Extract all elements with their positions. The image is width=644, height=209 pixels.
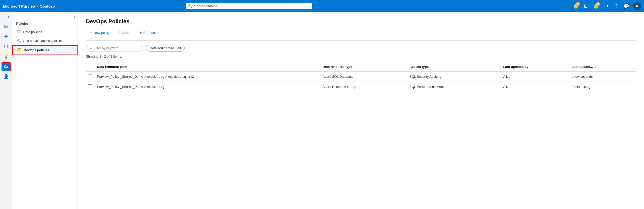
col-header-updated-at[interactable]: Last update... ↓ [569,62,636,71]
col-header-type: Data resource type [319,62,406,71]
delete-label: Delete [122,31,132,35]
self-service-icon: 🔧 [16,38,21,43]
row2-type: Azure Resource Group [319,82,406,92]
toolbar: ＋ New policy 🗑 Delete ↻ Refresh [86,29,636,41]
feedback-icon-btn[interactable]: 💬 [622,2,631,11]
datasource-filter-label: Data source type : All [150,46,181,50]
grid-icon-btn[interactable]: ⊞ [581,2,590,11]
sidebar-item-self-service[interactable]: 🔧 Self-service access policies [12,36,78,45]
sidebar-item-data-policies[interactable]: 📋 Data policies [12,28,78,36]
table-header-row: Data resource path Data resource type Ac… [86,62,636,71]
notification-bell-1[interactable]: 🔔 1 [571,2,580,11]
notification-badge-1: 1 [576,2,580,6]
table-row: Purview_Policy _Shared_Demo > relecloud-… [86,82,636,92]
row1-access: SQL Security Auditing [406,71,500,82]
search-bar[interactable]: 🔍 [186,3,312,9]
row1-checkbox-cell [86,71,94,82]
rail-collapse-toggle[interactable]: » [0,14,12,20]
row1-updated-by: Alice [500,71,569,82]
rail-icon-home[interactable]: ⊞ [2,22,11,31]
rail-icon-insights[interactable]: 💡 [2,52,11,61]
brand: Microsoft Purview › Contoso [3,4,55,8]
row2-checkbox-cell [86,82,94,92]
delete-button[interactable]: 🗑 Delete [114,29,135,36]
app-body: » ⊞ ◈ ⬡ 💡 🗂 👤 « Policies 📋 Data policies… [0,12,644,209]
filter-icon: ▽ [90,46,92,50]
new-policy-button[interactable]: ＋ New policy [86,29,113,36]
table-row: Purview_Policy _Shared_Demo > relecloud-… [86,71,636,82]
row2-updated-at: 2 minutes ago [569,82,636,92]
plus-icon: ＋ [89,30,93,35]
sidebar-item-data-policies-label: Data policies [23,30,42,34]
keyword-filter-input[interactable] [94,46,139,50]
row1-checkbox[interactable] [88,74,92,78]
notification-badge-2: 2 [596,2,600,6]
rail-icon-admin[interactable]: 👤 [2,72,11,81]
refresh-icon: ↻ [139,31,142,35]
refresh-button[interactable]: ↻ Refresh [136,29,158,36]
sidebar-item-devops-policies[interactable]: 🗂️ DevOps policies [12,45,78,55]
sidebar-item-devops-label: DevOps policies [24,48,49,52]
notification-bell-2[interactable]: 🔔 2 [591,2,601,11]
sidebar-item-self-service-label: Self-service access policies [23,39,63,43]
avatar[interactable]: A [633,2,641,10]
row2-updated-by: Alice [500,82,569,92]
sidebar: « Policies 📋 Data policies 🔧 Self-servic… [12,12,78,209]
col-header-access: Access type [406,62,500,71]
page-title: DevOps Policies [86,18,636,25]
sidebar-collapse-toggle[interactable]: « [12,15,78,21]
search-input[interactable] [194,4,309,8]
data-table: Data resource path Data resource type Ac… [86,62,636,92]
sidebar-section-title: Policies [12,21,78,28]
search-icon: 🔍 [188,4,192,8]
tenant-name: Contoso [40,4,55,8]
settings-icon-btn[interactable]: ⚙ [602,2,611,11]
row2-path: Purview_Policy _Shared_Demo > relecloud-… [94,82,319,92]
col-header-updated-by: Last updated by [500,62,569,71]
rail-icon-catalog[interactable]: ◈ [2,32,11,41]
row1-updated-at: a few seconds ... [569,71,636,82]
rail-icon-graph[interactable]: ⬡ [2,42,11,51]
sort-icon: ↓ [595,65,596,68]
checkbox-header [86,62,94,71]
top-header: Microsoft Purview › Contoso 🔍 🔔 1 ⊞ 🔔 2 … [0,0,644,12]
refresh-label: Refresh [143,31,155,35]
header-icons: 🔔 1 ⊞ 🔔 2 ⚙ ? 💬 A [571,2,641,11]
filter-bar: ▽ Data source type : All [86,45,636,51]
brand-chevron: › [37,4,38,8]
help-icon-btn[interactable]: ? [612,2,621,11]
row1-type: Azure SQL Database [319,71,406,82]
main-content: DevOps Policies ＋ New policy 🗑 Delete ↻ … [78,12,644,209]
row1-path: Purview_Policy _Shared_Demo > relecloud-… [94,71,319,82]
brand-name: Microsoft Purview [3,4,36,8]
delete-icon: 🗑 [118,31,121,35]
results-count: Showing 1 - 2 of 2 items. [86,55,636,58]
keyword-filter[interactable]: ▽ [86,45,143,51]
row2-checkbox[interactable] [88,84,92,88]
devops-policies-icon: 🗂️ [17,48,22,53]
col-header-path: Data resource path [94,62,319,71]
data-policies-icon: 📋 [16,30,21,34]
icon-rail: » ⊞ ◈ ⬡ 💡 🗂 👤 [0,12,12,209]
new-policy-label: New policy [94,31,110,35]
rail-icon-policies[interactable]: 🗂 [2,62,11,71]
datasource-type-filter[interactable]: Data source type : All [146,45,185,51]
row2-access: SQL Performance Monitc [406,82,500,92]
